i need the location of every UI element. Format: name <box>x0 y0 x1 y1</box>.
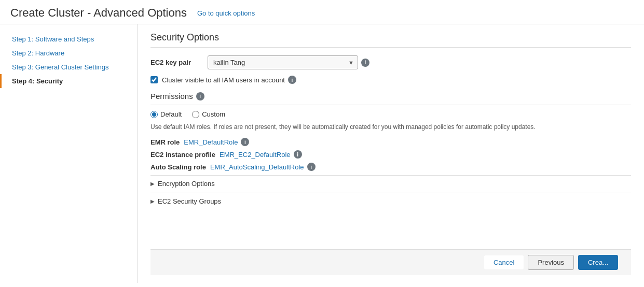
ec2-profile-link[interactable]: EMR_EC2_DefaultRole <box>220 151 291 159</box>
permissions-description: Use default IAM roles. If roles are not … <box>150 122 631 132</box>
cluster-visible-label[interactable]: Cluster visible to all IAM users in acco… <box>162 76 285 84</box>
cluster-visible-info-icon[interactable]: i <box>288 76 296 84</box>
encryption-options-header[interactable]: ▶ Encryption Options <box>150 180 631 188</box>
ec2-keypair-label: EC2 key pair <box>150 59 202 66</box>
encryption-options-section: ▶ Encryption Options <box>150 175 631 192</box>
encryption-triangle-icon: ▶ <box>150 181 155 186</box>
sidebar-item-step1[interactable]: Step 1: Software and Steps <box>0 32 137 46</box>
cluster-visible-checkbox[interactable] <box>150 76 158 83</box>
ec2-profile-label: EC2 instance profile <box>150 151 215 159</box>
auto-scaling-label: Auto Scaling role <box>150 163 206 171</box>
ec2-keypair-info-icon[interactable]: i <box>361 59 369 67</box>
page-header: Create Cluster - Advanced Options Go to … <box>0 0 644 24</box>
ec2-security-groups-section: ▶ EC2 Security Groups <box>150 193 631 209</box>
auto-scaling-row: Auto Scaling role EMR_AutoScaling_Defaul… <box>150 163 631 171</box>
radio-default[interactable]: Default <box>150 110 182 118</box>
ec2-profile-row: EC2 instance profile EMR_EC2_DefaultRole… <box>150 150 631 159</box>
cluster-visible-row: Cluster visible to all IAM users in acco… <box>150 76 631 84</box>
encryption-options-label: Encryption Options <box>158 180 215 188</box>
radio-custom[interactable]: Custom <box>192 110 225 118</box>
permissions-info-icon[interactable]: i <box>196 92 204 101</box>
main-content: Security Options EC2 key pair kailin Tan… <box>138 24 644 283</box>
bottom-bar: Cancel Previous Crea... <box>150 249 631 275</box>
page-title: Create Cluster - Advanced Options <box>10 6 187 20</box>
main-layout: Step 1: Software and Steps Step 2: Hardw… <box>0 24 644 283</box>
radio-custom-input[interactable] <box>192 111 199 118</box>
auto-scaling-info-icon[interactable]: i <box>307 163 316 171</box>
previous-button[interactable]: Previous <box>528 255 574 270</box>
sidebar-item-step2[interactable]: Step 2: Hardware <box>0 46 137 60</box>
auto-scaling-link[interactable]: EMR_AutoScaling_DefaultRole <box>210 163 304 171</box>
ec2-keypair-select[interactable]: kailin Tang <box>208 55 358 69</box>
emr-role-link[interactable]: EMR_DefaultRole <box>184 138 238 146</box>
sidebar: Step 1: Software and Steps Step 2: Hardw… <box>0 24 138 283</box>
permissions-title: Permissions i <box>150 92 631 105</box>
radio-default-input[interactable] <box>150 111 158 118</box>
emr-role-info-icon[interactable]: i <box>241 138 249 146</box>
quick-options-link[interactable]: Go to quick options <box>197 9 255 17</box>
create-button[interactable]: Crea... <box>578 255 618 270</box>
radio-custom-label[interactable]: Custom <box>202 110 225 118</box>
emr-role-row: EMR role EMR_DefaultRole i <box>150 138 631 146</box>
permissions-radio-group: Default Custom <box>150 110 631 118</box>
ec2-keypair-row: EC2 key pair kailin Tang ▼ i <box>150 55 631 69</box>
ec2-security-groups-label: EC2 Security Groups <box>158 197 221 205</box>
emr-role-label: EMR role <box>150 138 180 146</box>
ec2-keypair-select-wrapper: kailin Tang ▼ <box>208 55 358 69</box>
ec2-security-triangle-icon: ▶ <box>150 198 155 204</box>
ec2-security-groups-header[interactable]: ▶ EC2 Security Groups <box>150 197 631 205</box>
sidebar-item-step3[interactable]: Step 3: General Cluster Settings <box>0 60 137 74</box>
cancel-button[interactable]: Cancel <box>484 255 524 269</box>
radio-default-label[interactable]: Default <box>160 110 182 118</box>
section-title: Security Options <box>150 32 631 48</box>
ec2-profile-info-icon[interactable]: i <box>294 150 302 159</box>
sidebar-item-step4[interactable]: Step 4: Security <box>0 74 137 88</box>
